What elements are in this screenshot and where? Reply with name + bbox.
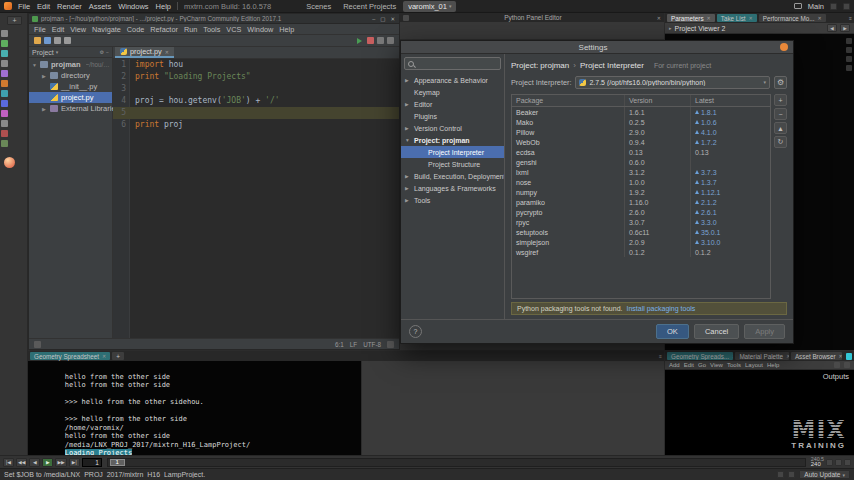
menu-item[interactable]: File xyxy=(18,2,30,11)
frame-slider[interactable]: 1 xyxy=(107,458,806,467)
package-row[interactable]: setuptools 0.6c11 35.0.1 xyxy=(512,227,770,237)
menu-item[interactable]: Tools xyxy=(203,25,220,34)
pane-tab[interactable]: Take List ✕ xyxy=(717,14,757,22)
settings-tree-item[interactable]: ▶ Tools xyxy=(401,194,504,206)
stop-icon[interactable] xyxy=(367,37,374,44)
lock-icon[interactable] xyxy=(387,341,394,348)
code-area[interactable]: 1import hou2print "Loading Projects"34pr… xyxy=(113,59,399,338)
menu-item[interactable]: Tools xyxy=(727,362,741,368)
viewport-tool-icon[interactable] xyxy=(846,56,852,62)
memory-icon[interactable] xyxy=(777,471,784,478)
close-icon[interactable]: ✕ xyxy=(102,353,106,359)
layout-icon[interactable] xyxy=(843,3,850,10)
settings-search-input[interactable] xyxy=(417,60,487,67)
shelf-icon[interactable] xyxy=(1,90,8,97)
cancel-button[interactable]: Cancel xyxy=(694,324,739,339)
transport-button[interactable]: ◀ xyxy=(29,458,40,467)
package-row[interactable]: genshi 0.6.0 xyxy=(512,157,770,167)
interpreter-select[interactable]: 2.7.5 (/opt/hfs16.0/python/bin/python) ▾ xyxy=(575,76,770,89)
menu-item[interactable]: Edit xyxy=(37,2,50,11)
shelf-icon[interactable] xyxy=(1,110,8,117)
tree-item[interactable]: __init__.py xyxy=(29,81,112,92)
package-row[interactable]: Mako 0.2.5 1.0.6 xyxy=(512,117,770,127)
menu-item[interactable]: Windows xyxy=(118,2,148,11)
minimize-icon[interactable]: – xyxy=(371,16,376,22)
settings-tree-item[interactable]: ▶ Languages & Frameworks xyxy=(401,182,504,194)
package-row[interactable]: Beaker 1.6.1 1.8.1 xyxy=(512,107,770,117)
package-row[interactable]: rpyc 3.0.7 3.3.0 xyxy=(512,217,770,227)
menu-item[interactable]: Add xyxy=(669,362,680,368)
settings-tree-item[interactable]: Project Interpreter xyxy=(401,146,504,158)
menu-item[interactable]: Run xyxy=(184,25,197,34)
new-tab-button[interactable]: + xyxy=(112,352,124,360)
help-icon[interactable]: ? xyxy=(409,325,422,338)
shelf-icon[interactable] xyxy=(1,80,8,87)
forward-icon[interactable]: ▶ xyxy=(840,24,850,32)
tool-windows-icon[interactable] xyxy=(34,341,41,348)
tree-item[interactable]: project.py xyxy=(29,92,112,103)
collapse-icon[interactable]: − xyxy=(106,49,109,55)
search-icon[interactable] xyxy=(830,3,837,10)
menu-item[interactable]: Layout xyxy=(745,362,763,368)
desktop-tab-active[interactable]: varomix_01▾ xyxy=(403,1,456,12)
hamburger-icon[interactable]: ≡ xyxy=(659,353,662,359)
browser-content[interactable]: Outputs MIX TRAINING xyxy=(665,370,854,455)
open-icon[interactable] xyxy=(34,37,41,44)
settings-tree-item[interactable]: ▼ Project: projman xyxy=(401,134,504,146)
menu-item[interactable]: Go xyxy=(698,362,706,368)
playbar-loop-icon[interactable] xyxy=(835,459,842,466)
apply-button[interactable]: Apply xyxy=(744,324,785,339)
package-row[interactable]: ecdsa 0.13 0.13 xyxy=(512,147,770,157)
menu-item[interactable]: Edit xyxy=(52,25,65,34)
code-line[interactable]: 2print "Loading Projects" xyxy=(113,71,399,83)
playbar-options-icon[interactable] xyxy=(826,459,833,466)
desktop-tab[interactable]: Scenes xyxy=(301,1,336,12)
menu-item[interactable]: Help xyxy=(156,2,171,11)
shelf-icon[interactable] xyxy=(1,30,8,37)
menu-item[interactable]: View xyxy=(70,25,86,34)
menu-item[interactable]: View xyxy=(710,362,723,368)
pane-tab[interactable]: Performance Mo... ✕ xyxy=(759,14,826,22)
close-icon[interactable]: ✕ xyxy=(657,15,661,21)
package-row[interactable]: simplejson 2.0.9 3.10.0 xyxy=(512,237,770,247)
main-desktop-label[interactable]: Main xyxy=(808,2,824,11)
transport-button[interactable]: ▶| xyxy=(69,458,80,467)
menu-item[interactable]: Code xyxy=(127,25,144,34)
menu-item[interactable]: Window xyxy=(247,25,273,34)
current-frame-field[interactable]: 1 xyxy=(82,458,102,467)
close-icon[interactable]: ✕ xyxy=(786,353,789,359)
transport-button[interactable]: ◀◀ xyxy=(16,458,27,467)
pane-tab[interactable]: Material Palette ✕ xyxy=(735,352,789,360)
shelf-icon[interactable] xyxy=(1,130,8,137)
close-icon[interactable]: ✕ xyxy=(839,353,842,359)
new-pane-tab-button[interactable]: + xyxy=(7,16,22,25)
view-mode-icon[interactable] xyxy=(834,362,840,368)
shelf-icon[interactable] xyxy=(1,50,8,57)
pane-menu-icon[interactable] xyxy=(403,15,409,21)
desktop-tab[interactable]: Recent Projects xyxy=(338,1,401,12)
close-icon[interactable]: ✕ xyxy=(818,15,822,21)
close-icon[interactable] xyxy=(780,43,788,51)
playhead[interactable]: 1 xyxy=(110,459,125,466)
close-icon[interactable]: ✕ xyxy=(732,353,733,359)
menu-item[interactable]: Navigate xyxy=(92,25,121,34)
pycharm-titlebar[interactable]: projman - [~/hou/python/projman] - .../p… xyxy=(29,14,399,24)
package-row[interactable]: WebOb 0.9.4 1.7.2 xyxy=(512,137,770,147)
transport-button[interactable]: ▶ xyxy=(42,458,53,467)
menu-item[interactable]: Edit xyxy=(684,362,694,368)
color-orb-icon[interactable] xyxy=(4,157,15,168)
menu-item[interactable]: Render xyxy=(57,2,82,11)
settings-tree-item[interactable]: ▶ Build, Execution, Deployment xyxy=(401,170,504,182)
maximize-icon[interactable]: ▢ xyxy=(379,16,386,22)
caret-position[interactable]: 6:1 xyxy=(335,341,344,348)
close-icon[interactable]: ✕ xyxy=(707,15,711,21)
dialog-titlebar[interactable]: Settings xyxy=(401,41,793,54)
viewport-tool-icon[interactable] xyxy=(846,47,852,53)
upgrade-package-button[interactable]: ▲ xyxy=(774,122,787,134)
menu-item[interactable]: Help xyxy=(767,362,779,368)
package-row[interactable]: Pillow 2.9.0 4.1.0 xyxy=(512,127,770,137)
menu-item[interactable]: Refactor xyxy=(150,25,178,34)
package-row[interactable]: lxml 3.1.2 3.7.3 xyxy=(512,167,770,177)
tree-item[interactable]: ▶ External Libraries xyxy=(29,103,112,114)
settings-tree-item[interactable]: ▶ Appearance & Behavior xyxy=(401,74,504,86)
